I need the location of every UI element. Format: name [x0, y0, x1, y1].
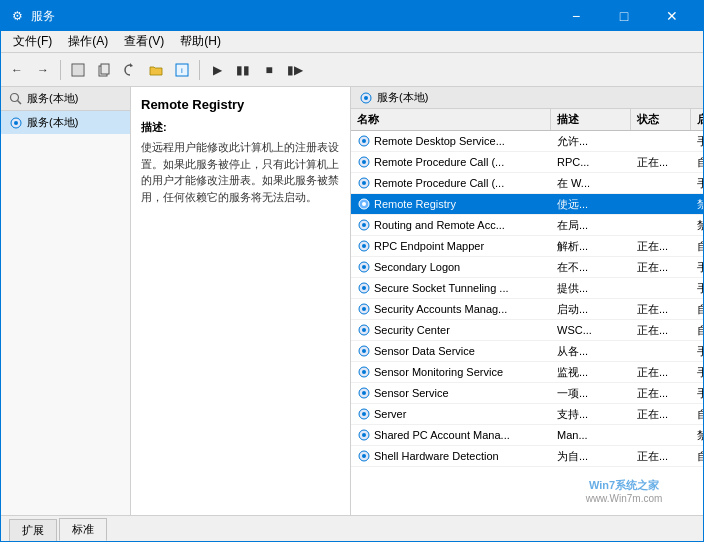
tab-standard[interactable]: 标准 — [59, 518, 107, 541]
service-status-cell: 正在... — [631, 257, 691, 277]
folder-button[interactable] — [144, 58, 168, 82]
table-row[interactable]: Remote Desktop Service...允许...手动 — [351, 131, 703, 152]
service-desc-cell: 一项... — [551, 383, 631, 403]
services-local-tree-item[interactable]: 服务(本地) — [1, 111, 130, 134]
back-button[interactable]: ← — [5, 58, 29, 82]
restart-service-button[interactable]: ▮▶ — [283, 58, 307, 82]
service-name-cell: Remote Registry — [351, 194, 551, 214]
svg-point-34 — [362, 349, 366, 353]
svg-point-36 — [362, 370, 366, 374]
stop-service-button[interactable]: ■ — [257, 58, 281, 82]
col-desc-header[interactable]: 描述 — [551, 109, 631, 130]
service-desc-cell: 在 W... — [551, 173, 631, 193]
close-button[interactable]: ✕ — [649, 1, 695, 31]
maximize-button[interactable]: □ — [601, 1, 647, 31]
svg-point-42 — [362, 433, 366, 437]
service-status-cell — [631, 173, 691, 193]
service-name-cell: Secure Socket Tunneling ... — [351, 278, 551, 298]
copy-button[interactable] — [92, 58, 116, 82]
svg-point-22 — [362, 223, 366, 227]
table-row[interactable]: RPC Endpoint Mapper解析...正在...自动 — [351, 236, 703, 257]
up-button[interactable] — [66, 58, 90, 82]
refresh-button[interactable] — [118, 58, 142, 82]
col-status-header[interactable]: 状态 — [631, 109, 691, 130]
menu-file[interactable]: 文件(F) — [5, 31, 60, 52]
service-status-cell: 正在... — [631, 152, 691, 172]
services-icon — [9, 116, 23, 130]
table-row[interactable]: Remote Procedure Call (...在 W...手动 — [351, 173, 703, 194]
service-startup-cell: 自动 — [691, 152, 703, 172]
service-startup-cell: 自动 — [691, 236, 703, 256]
menu-view[interactable]: 查看(V) — [116, 31, 172, 52]
description-text: 使远程用户能修改此计算机上的注册表设置。如果此服务被停止，只有此计算机上的用户才… — [141, 139, 340, 205]
service-rows-container: Remote Desktop Service...允许...手动Remote P… — [351, 131, 703, 467]
services-table[interactable]: 名称 描述 状态 启动类型 Remote Desktop Service...允… — [351, 109, 703, 515]
table-row[interactable]: Security CenterWSC...正在...自动(延迟... — [351, 320, 703, 341]
table-row[interactable]: Shell Hardware Detection为自...正在...自动 — [351, 446, 703, 467]
service-startup-cell: 手动(触发... — [691, 362, 703, 382]
menu-action[interactable]: 操作(A) — [60, 31, 116, 52]
service-name: Shared PC Account Mana... — [374, 429, 510, 441]
service-icon — [357, 323, 371, 337]
table-row[interactable]: Secure Socket Tunneling ...提供...手动 — [351, 278, 703, 299]
service-status-cell: 正在... — [631, 236, 691, 256]
services-panel: 服务(本地) 名称 描述 状态 启动类型 Remote Desktop Serv… — [351, 87, 703, 515]
service-name-cell: Sensor Service — [351, 383, 551, 403]
service-icon — [357, 218, 371, 232]
service-icon — [357, 155, 371, 169]
svg-point-12 — [364, 96, 368, 100]
service-status-cell: 正在... — [631, 383, 691, 403]
minimize-button[interactable]: − — [553, 1, 599, 31]
table-row[interactable]: Sensor Data Service从各...手动(触发... — [351, 341, 703, 362]
service-status-cell — [631, 425, 691, 445]
service-desc-cell: 从各... — [551, 341, 631, 361]
menu-help[interactable]: 帮助(H) — [172, 31, 229, 52]
service-status-cell — [631, 215, 691, 235]
service-name: Secondary Logon — [374, 261, 460, 273]
col-startup-header[interactable]: 启动类型 — [691, 109, 703, 130]
service-icon — [357, 281, 371, 295]
start-service-button[interactable]: ▶ — [205, 58, 229, 82]
table-row[interactable]: Remote Registry使远...禁用 — [351, 194, 703, 215]
properties-button[interactable]: i — [170, 58, 194, 82]
forward-button[interactable]: → — [31, 58, 55, 82]
service-name: Remote Procedure Call (... — [374, 156, 504, 168]
table-row[interactable]: Remote Procedure Call (...RPC...正在...自动 — [351, 152, 703, 173]
service-desc-cell: 使远... — [551, 194, 631, 214]
service-name: Sensor Service — [374, 387, 449, 399]
service-desc-cell: 允许... — [551, 131, 631, 151]
service-name: Server — [374, 408, 406, 420]
svg-marker-4 — [130, 63, 133, 67]
svg-point-10 — [14, 121, 18, 125]
table-row[interactable]: Routing and Remote Acc...在局...禁用 — [351, 215, 703, 236]
col-name-header[interactable]: 名称 — [351, 109, 551, 130]
service-icon — [357, 302, 371, 316]
table-row[interactable]: Sensor Service一项...正在...手动(触发... — [351, 383, 703, 404]
service-startup-cell: 手动 — [691, 278, 703, 298]
table-row[interactable]: Security Accounts Manag...启动...正在...自动 — [351, 299, 703, 320]
service-startup-cell: 手动 — [691, 173, 703, 193]
service-name: Security Center — [374, 324, 450, 336]
pause-service-button[interactable]: ▮▮ — [231, 58, 255, 82]
service-name-cell: Remote Desktop Service... — [351, 131, 551, 151]
service-icon — [357, 449, 371, 463]
service-startup-cell: 手动 — [691, 131, 703, 151]
selected-service-title: Remote Registry — [141, 97, 340, 112]
service-status-cell: 正在... — [631, 446, 691, 466]
svg-point-26 — [362, 265, 366, 269]
service-startup-cell: 自动 — [691, 299, 703, 319]
service-desc-cell: 支持... — [551, 404, 631, 424]
service-icon — [357, 176, 371, 190]
table-row[interactable]: Sensor Monitoring Service监视...正在...手动(触发… — [351, 362, 703, 383]
table-row[interactable]: Server支持...正在...自动 — [351, 404, 703, 425]
tab-expand[interactable]: 扩展 — [9, 519, 57, 541]
service-startup-cell: 自动 — [691, 404, 703, 424]
table-row[interactable]: Shared PC Account Mana...Man...禁用 — [351, 425, 703, 446]
svg-line-8 — [18, 100, 22, 104]
service-desc-cell: RPC... — [551, 152, 631, 172]
table-row[interactable]: Secondary Logon在不...正在...手动 — [351, 257, 703, 278]
svg-point-20 — [362, 202, 366, 206]
service-name: Routing and Remote Acc... — [374, 219, 505, 231]
service-icon — [357, 239, 371, 253]
service-name-cell: Sensor Data Service — [351, 341, 551, 361]
